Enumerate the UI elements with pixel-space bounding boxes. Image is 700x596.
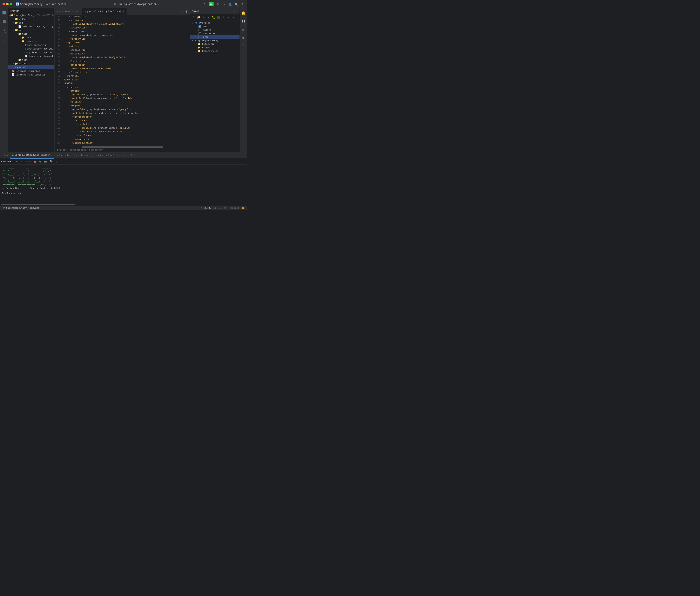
tree-item-main[interactable]: ▾ 📁 main [8,32,54,36]
svg-rect-10 [244,20,245,21]
maven-profile-prod[interactable]: prod [190,35,239,39]
tab-springbootstudyapp[interactable]: ▶ SpringBootStudyApplication ✕ [10,152,54,158]
bottom-tab-close-3[interactable]: ✕ [134,154,136,156]
breadcrumb-dependency[interactable]: dependency [89,148,103,151]
tree-item-logback[interactable]: 📋 logback-spring.xml [8,54,54,58]
maven-plugins[interactable]: ▸ 📁 Plugins [190,46,239,49]
maven-minimize-icon[interactable]: − [232,9,233,13]
run-button[interactable]: ▶ [209,2,213,6]
version-control-label[interactable]: Version control [46,3,68,5]
settings-icon[interactable]: ⚙ [216,2,220,6]
console-record-icon[interactable]: ⏺ [38,159,43,164]
tree-item-root[interactable]: ▾ 📁 SpringBootStudy ~/Desktop/CS/Jav [8,14,54,17]
status-indent[interactable]: 4 spaces [228,207,239,209]
console-refresh-icon[interactable]: ⟳ [27,159,32,164]
project-chevron[interactable]: ⌄ [20,10,21,12]
tab-application-yml[interactable]: ⚙ application.yml [55,8,82,15]
nativetest-checkbox[interactable] [199,32,201,35]
code-lines[interactable]: <id>dev</id> <activation> <activeByDefau… [62,15,190,146]
right-icon-notifications[interactable]: 🔔 [240,10,246,16]
search-icon[interactable]: 🔍 [234,2,238,6]
account-icon[interactable]: 👤 [228,2,232,6]
tree-item-idea[interactable]: ▸ 📁 .idea [8,17,54,21]
tree-item-app-yml[interactable]: ⚙ application.yml [8,43,54,47]
maven-next-icon[interactable]: › [231,15,236,19]
native-checkbox[interactable] [199,29,201,31]
console-camera-icon[interactable]: 📷 [44,159,48,164]
maven-profile-dev[interactable]: ✓ dev [190,25,239,28]
gear-icon[interactable]: ⚙ [240,2,244,6]
tab-clean[interactable]: m SpringBootStudy [clean] ✕ [55,152,95,158]
right-icon-1[interactable] [240,18,246,24]
tree-item-java[interactable]: ▸ 📁 java [8,36,54,40]
log-icon: 📄 [18,25,21,28]
sidebar-icon-bookmarks[interactable] [1,19,7,25]
update-icon[interactable]: ⟳ [203,2,207,6]
maven-profile-nativetest[interactable]: nativeTest [190,32,239,35]
editor-scrollbar[interactable] [55,146,190,148]
maven-add-icon[interactable]: + [201,15,206,19]
maven-chevron-icon[interactable]: › [236,9,238,13]
more-options-icon[interactable]: ⋯ [222,2,226,6]
tab-run[interactable]: Run [2,152,10,158]
tree-item-ext-libs[interactable]: ▸ 📚 External Libraries [8,69,54,73]
tab-close-icon[interactable]: ✕ [123,10,124,13]
status-position[interactable]: 28:35 [205,207,211,209]
tree-item-logfile[interactable]: 📄 2024-06-12-spring-0.log [8,25,54,28]
maven-stop-icon[interactable]: ⬛ [216,15,221,19]
close-button[interactable] [2,3,5,5]
right-icon-3[interactable]: ● [240,35,246,41]
prod-checkbox[interactable] [199,36,201,39]
code-content[interactable]: 7071727374 7576777879 8081828384 8586878… [55,15,190,146]
maven-close-icon[interactable]: ✕ [234,9,235,13]
tree-item-test[interactable]: ▸ 📁 test [8,58,54,62]
maven-folder-icon[interactable]: 📁 [197,15,201,19]
maven-profile-native[interactable]: native [190,28,239,32]
app-run-name[interactable]: SpringBootStudyApplication [118,3,157,5]
console-line-testrunner: TestRunner.run [2,192,245,195]
tree-item-app-prod-yml[interactable]: ⚙ application-prod.yml [8,51,54,54]
console-more-icon[interactable]: ⋮ [54,159,59,164]
dev-checkbox[interactable]: ✓ [199,25,201,28]
maven-cancel-icon[interactable]: ✕ [226,15,231,19]
tree-item-log[interactable]: ▾ 📁 log [8,21,54,25]
maven-springbootstudy[interactable]: ▾ m SpringBootStudy [190,39,239,42]
console-label[interactable]: Console [1,160,11,163]
sidebar-icon-more[interactable]: ⋯ [1,37,7,43]
maven-profiles-header[interactable]: ▾ 👤 Profiles [190,21,239,25]
bottom-tab-close-1[interactable]: ✕ [51,154,52,156]
maven-play-icon[interactable]: ▶ [206,15,211,19]
bottom-tab-close-2[interactable]: ✕ [91,154,93,156]
status-lf[interactable]: LF [214,207,216,209]
maximize-button[interactable] [10,3,12,5]
sidebar-icon-project[interactable] [1,10,7,16]
actuator-label[interactable]: Actuator [16,160,27,163]
bottom-scrollbar-thumb[interactable] [1,204,75,205]
status-branch[interactable]: SpringBootStudy › pom.xml [2,207,39,209]
tree-item-app-dev-yml[interactable]: ⚙ application-dev.yml [8,47,54,51]
maven-dependencies[interactable]: ▸ 📁 Dependencies [190,49,239,53]
maven-debug-icon[interactable]: 🐛 [211,15,216,19]
arrow-icon: ▾ [12,22,15,24]
maven-settings-icon[interactable]: ⚙ [221,15,226,19]
tab-pom-xml[interactable]: m pom.xml (SpringBootStudy) ✕ [82,8,127,15]
right-icon-2[interactable]: m [240,26,246,32]
console-stop-icon[interactable]: ■ [33,159,37,164]
breadcrumb-project[interactable]: project [57,148,67,151]
tree-item-resources[interactable]: ▾ 📁 resources [8,40,54,43]
editor-more-icon[interactable]: ⋮ [184,9,188,14]
breadcrumb-dependencies[interactable]: dependencies [70,148,86,151]
tree-item-pom[interactable]: m pom.xml [8,65,54,69]
arrow-icon: ▸ [12,63,15,65]
sidebar-icon-structure[interactable] [1,28,7,34]
minimize-button[interactable] [6,3,9,5]
tree-item-scratches[interactable]: ▸ 📝 Scratches and Consoles [8,73,54,76]
maven-lifecycle[interactable]: ▸ 📁 Lifecycle [190,42,239,46]
status-encoding[interactable]: UTF-8 [219,207,226,209]
tab-install[interactable]: m SpringBootStudy [install] ✕ [95,152,138,158]
tree-item-src[interactable]: ▾ 📁 src [8,28,54,32]
console-search-icon[interactable]: 🔍 [49,159,53,164]
tree-item-target[interactable]: ▸ 📁 target [8,62,54,65]
right-icon-4[interactable] [240,43,246,49]
maven-refresh-icon[interactable]: ⟳ [191,15,196,19]
